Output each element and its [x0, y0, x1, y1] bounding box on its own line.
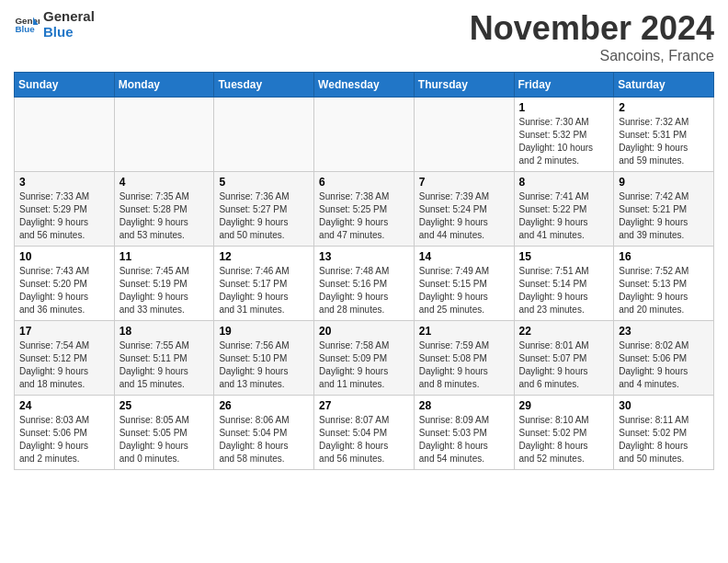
logo: General Blue GeneralBlue: [14, 9, 95, 40]
day-cell: 1Sunrise: 7:30 AM Sunset: 5:32 PM Daylig…: [514, 98, 614, 172]
day-info: Sunrise: 8:09 AM Sunset: 5:03 PM Dayligh…: [419, 414, 509, 465]
day-cell: 25Sunrise: 8:05 AM Sunset: 5:05 PM Dayli…: [114, 396, 214, 470]
weekday-header-thursday: Thursday: [414, 73, 514, 98]
day-info: Sunrise: 7:33 AM Sunset: 5:29 PM Dayligh…: [19, 190, 109, 242]
day-number: 16: [619, 250, 709, 263]
day-cell: [114, 98, 214, 172]
calendar-table: SundayMondayTuesdayWednesdayThursdayFrid…: [14, 72, 714, 470]
weekday-header-tuesday: Tuesday: [214, 73, 314, 98]
day-info: Sunrise: 7:39 AM Sunset: 5:24 PM Dayligh…: [419, 190, 509, 242]
day-number: 17: [19, 325, 109, 338]
header: General Blue GeneralBlue November 2024 S…: [14, 9, 714, 64]
day-number: 24: [19, 399, 109, 412]
day-cell: 19Sunrise: 7:56 AM Sunset: 5:10 PM Dayli…: [214, 321, 314, 396]
day-info: Sunrise: 7:46 AM Sunset: 5:17 PM Dayligh…: [219, 265, 309, 316]
day-number: 22: [519, 325, 609, 338]
day-cell: 6Sunrise: 7:38 AM Sunset: 5:25 PM Daylig…: [314, 172, 415, 247]
week-row-5: 24Sunrise: 8:03 AM Sunset: 5:06 PM Dayli…: [15, 396, 714, 470]
day-number: 7: [419, 176, 509, 189]
day-cell: 11Sunrise: 7:45 AM Sunset: 5:19 PM Dayli…: [114, 247, 214, 321]
day-number: 5: [219, 176, 309, 189]
day-cell: 3Sunrise: 7:33 AM Sunset: 5:29 PM Daylig…: [15, 172, 115, 247]
day-info: Sunrise: 7:59 AM Sunset: 5:08 PM Dayligh…: [419, 339, 509, 391]
day-cell: [15, 98, 115, 172]
day-number: 30: [619, 399, 709, 412]
day-cell: [414, 98, 514, 172]
day-number: 21: [419, 325, 509, 338]
day-cell: 9Sunrise: 7:42 AM Sunset: 5:21 PM Daylig…: [614, 172, 714, 247]
weekday-header-friday: Friday: [514, 73, 614, 98]
day-cell: 27Sunrise: 8:07 AM Sunset: 5:04 PM Dayli…: [314, 396, 415, 470]
day-cell: [214, 98, 314, 172]
day-cell: 20Sunrise: 7:58 AM Sunset: 5:09 PM Dayli…: [314, 321, 415, 396]
day-number: 14: [419, 250, 509, 263]
day-cell: 13Sunrise: 7:48 AM Sunset: 5:16 PM Dayli…: [314, 247, 415, 321]
day-number: 25: [119, 399, 210, 412]
day-info: Sunrise: 8:01 AM Sunset: 5:07 PM Dayligh…: [519, 339, 609, 391]
day-cell: 4Sunrise: 7:35 AM Sunset: 5:28 PM Daylig…: [114, 172, 214, 247]
day-info: Sunrise: 7:45 AM Sunset: 5:19 PM Dayligh…: [119, 265, 210, 316]
day-info: Sunrise: 7:54 AM Sunset: 5:12 PM Dayligh…: [19, 339, 109, 391]
day-info: Sunrise: 8:03 AM Sunset: 5:06 PM Dayligh…: [19, 414, 109, 465]
day-number: 28: [419, 399, 509, 412]
day-cell: 15Sunrise: 7:51 AM Sunset: 5:14 PM Dayli…: [514, 247, 614, 321]
day-number: 23: [619, 325, 709, 338]
day-number: 2: [619, 101, 709, 114]
logo-icon: General Blue: [14, 12, 40, 38]
day-number: 19: [219, 325, 309, 338]
week-row-3: 10Sunrise: 7:43 AM Sunset: 5:20 PM Dayli…: [15, 247, 714, 321]
day-number: 6: [319, 176, 409, 189]
day-number: 4: [119, 176, 210, 189]
day-number: 10: [19, 250, 109, 263]
day-number: 1: [519, 101, 609, 114]
day-cell: 30Sunrise: 8:11 AM Sunset: 5:02 PM Dayli…: [614, 396, 714, 470]
day-cell: 5Sunrise: 7:36 AM Sunset: 5:27 PM Daylig…: [214, 172, 314, 247]
day-cell: 10Sunrise: 7:43 AM Sunset: 5:20 PM Dayli…: [15, 247, 115, 321]
day-info: Sunrise: 8:07 AM Sunset: 5:04 PM Dayligh…: [319, 414, 409, 465]
day-number: 15: [519, 250, 609, 263]
day-cell: 29Sunrise: 8:10 AM Sunset: 5:02 PM Dayli…: [514, 396, 614, 470]
day-number: 26: [219, 399, 309, 412]
day-cell: 17Sunrise: 7:54 AM Sunset: 5:12 PM Dayli…: [15, 321, 115, 396]
week-row-1: 1Sunrise: 7:30 AM Sunset: 5:32 PM Daylig…: [15, 98, 714, 172]
calendar-header: SundayMondayTuesdayWednesdayThursdayFrid…: [15, 73, 714, 98]
weekday-header-sunday: Sunday: [15, 73, 115, 98]
day-info: Sunrise: 7:58 AM Sunset: 5:09 PM Dayligh…: [319, 339, 409, 391]
week-row-4: 17Sunrise: 7:54 AM Sunset: 5:12 PM Dayli…: [15, 321, 714, 396]
day-number: 29: [519, 399, 609, 412]
month-title: November 2024: [470, 9, 714, 48]
day-info: Sunrise: 7:30 AM Sunset: 5:32 PM Dayligh…: [519, 116, 609, 167]
day-info: Sunrise: 8:06 AM Sunset: 5:04 PM Dayligh…: [219, 414, 309, 465]
day-info: Sunrise: 7:49 AM Sunset: 5:15 PM Dayligh…: [419, 265, 509, 316]
day-cell: 14Sunrise: 7:49 AM Sunset: 5:15 PM Dayli…: [414, 247, 514, 321]
logo-text: GeneralBlue: [43, 9, 95, 40]
day-number: 13: [319, 250, 409, 263]
day-info: Sunrise: 7:36 AM Sunset: 5:27 PM Dayligh…: [219, 190, 309, 242]
day-number: 11: [119, 250, 210, 263]
day-cell: 22Sunrise: 8:01 AM Sunset: 5:07 PM Dayli…: [514, 321, 614, 396]
day-number: 12: [219, 250, 309, 263]
day-cell: [314, 98, 415, 172]
day-info: Sunrise: 8:10 AM Sunset: 5:02 PM Dayligh…: [519, 414, 609, 465]
day-info: Sunrise: 7:32 AM Sunset: 5:31 PM Dayligh…: [619, 116, 709, 167]
day-info: Sunrise: 7:41 AM Sunset: 5:22 PM Dayligh…: [519, 190, 609, 242]
day-info: Sunrise: 7:43 AM Sunset: 5:20 PM Dayligh…: [19, 265, 109, 316]
day-cell: 21Sunrise: 7:59 AM Sunset: 5:08 PM Dayli…: [414, 321, 514, 396]
day-cell: 28Sunrise: 8:09 AM Sunset: 5:03 PM Dayli…: [414, 396, 514, 470]
day-info: Sunrise: 7:52 AM Sunset: 5:13 PM Dayligh…: [619, 265, 709, 316]
day-info: Sunrise: 7:35 AM Sunset: 5:28 PM Dayligh…: [119, 190, 210, 242]
title-area: November 2024 Sancoins, France: [470, 9, 714, 64]
day-cell: 8Sunrise: 7:41 AM Sunset: 5:22 PM Daylig…: [514, 172, 614, 247]
day-cell: 2Sunrise: 7:32 AM Sunset: 5:31 PM Daylig…: [614, 98, 714, 172]
day-info: Sunrise: 7:56 AM Sunset: 5:10 PM Dayligh…: [219, 339, 309, 391]
day-number: 9: [619, 176, 709, 189]
day-cell: 16Sunrise: 7:52 AM Sunset: 5:13 PM Dayli…: [614, 247, 714, 321]
svg-text:Blue: Blue: [15, 24, 35, 34]
day-info: Sunrise: 7:51 AM Sunset: 5:14 PM Dayligh…: [519, 265, 609, 316]
day-info: Sunrise: 7:42 AM Sunset: 5:21 PM Dayligh…: [619, 190, 709, 242]
day-info: Sunrise: 8:02 AM Sunset: 5:06 PM Dayligh…: [619, 339, 709, 391]
weekday-header-row: SundayMondayTuesdayWednesdayThursdayFrid…: [15, 73, 714, 98]
day-cell: 23Sunrise: 8:02 AM Sunset: 5:06 PM Dayli…: [614, 321, 714, 396]
day-info: Sunrise: 7:48 AM Sunset: 5:16 PM Dayligh…: [319, 265, 409, 316]
day-cell: 12Sunrise: 7:46 AM Sunset: 5:17 PM Dayli…: [214, 247, 314, 321]
